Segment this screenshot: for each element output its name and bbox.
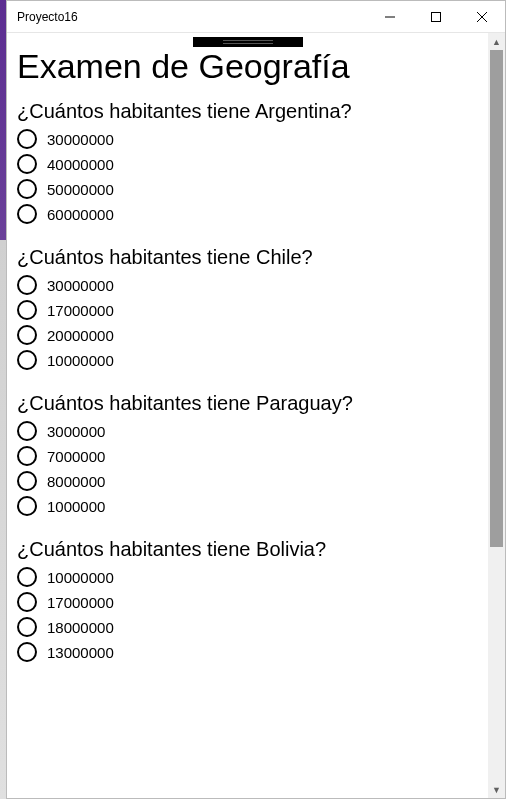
close-button[interactable] (459, 1, 505, 33)
minimize-icon (385, 12, 395, 22)
radio-icon (17, 325, 37, 345)
question-text: ¿Cuántos habitantes tiene Bolivia? (17, 538, 478, 561)
radio-icon (17, 350, 37, 370)
radio-icon (17, 300, 37, 320)
scroll-track[interactable] (488, 50, 505, 781)
radio-option[interactable]: 60000000 (17, 204, 478, 224)
radio-icon (17, 617, 37, 637)
radio-label: 1000000 (47, 498, 105, 515)
radio-label: 40000000 (47, 156, 114, 173)
question-block-2: ¿Cuántos habitantes tiene Paraguay? 3000… (17, 392, 478, 516)
radio-icon (17, 275, 37, 295)
radio-option[interactable]: 13000000 (17, 642, 478, 662)
content-wrapper: Examen de Geografía ¿Cuántos habitantes … (7, 33, 505, 798)
radio-label: 10000000 (47, 352, 114, 369)
radio-option[interactable]: 7000000 (17, 446, 478, 466)
radio-option[interactable]: 8000000 (17, 471, 478, 491)
question-text: ¿Cuántos habitantes tiene Paraguay? (17, 392, 478, 415)
radio-icon (17, 421, 37, 441)
radio-icon (17, 496, 37, 516)
radio-option[interactable]: 18000000 (17, 617, 478, 637)
radio-option[interactable]: 17000000 (17, 592, 478, 612)
radio-label: 13000000 (47, 644, 114, 661)
radio-option[interactable]: 3000000 (17, 421, 478, 441)
radio-icon (17, 154, 37, 174)
close-icon (477, 12, 487, 22)
radio-option[interactable]: 50000000 (17, 179, 478, 199)
command-bar-placeholder (193, 37, 303, 47)
radio-label: 50000000 (47, 181, 114, 198)
question-block-1: ¿Cuántos habitantes tiene Chile? 3000000… (17, 246, 478, 370)
question-text: ¿Cuántos habitantes tiene Chile? (17, 246, 478, 269)
radio-label: 7000000 (47, 448, 105, 465)
titlebar[interactable]: Proyecto16 (7, 1, 505, 33)
radio-option[interactable]: 10000000 (17, 350, 478, 370)
maximize-icon (431, 12, 441, 22)
radio-icon (17, 567, 37, 587)
question-block-3: ¿Cuántos habitantes tiene Bolivia? 10000… (17, 538, 478, 662)
radio-label: 18000000 (47, 619, 114, 636)
vertical-scrollbar[interactable]: ▲ ▼ (488, 33, 505, 798)
window-title: Proyecto16 (17, 10, 367, 24)
radio-label: 8000000 (47, 473, 105, 490)
scroll-down-arrow-icon[interactable]: ▼ (488, 781, 505, 798)
radio-option[interactable]: 30000000 (17, 129, 478, 149)
radio-option[interactable]: 1000000 (17, 496, 478, 516)
scroll-up-arrow-icon[interactable]: ▲ (488, 33, 505, 50)
question-text: ¿Cuántos habitantes tiene Argentina? (17, 100, 478, 123)
scroll-thumb[interactable] (490, 50, 503, 547)
app-window: Proyecto16 Examen de Geografía ¿Cuántos … (6, 0, 506, 799)
question-block-0: ¿Cuántos habitantes tiene Argentina? 300… (17, 100, 478, 224)
page-title: Examen de Geografía (17, 47, 478, 86)
radio-icon (17, 592, 37, 612)
radio-label: 30000000 (47, 277, 114, 294)
radio-option[interactable]: 40000000 (17, 154, 478, 174)
radio-icon (17, 446, 37, 466)
minimize-button[interactable] (367, 1, 413, 33)
radio-icon (17, 129, 37, 149)
radio-option[interactable]: 20000000 (17, 325, 478, 345)
radio-label: 3000000 (47, 423, 105, 440)
radio-label: 17000000 (47, 594, 114, 611)
radio-icon (17, 471, 37, 491)
radio-option[interactable]: 30000000 (17, 275, 478, 295)
radio-label: 30000000 (47, 131, 114, 148)
radio-label: 20000000 (47, 327, 114, 344)
radio-icon (17, 642, 37, 662)
radio-icon (17, 204, 37, 224)
radio-option[interactable]: 10000000 (17, 567, 478, 587)
content-area: Examen de Geografía ¿Cuántos habitantes … (7, 33, 488, 798)
maximize-button[interactable] (413, 1, 459, 33)
radio-icon (17, 179, 37, 199)
radio-label: 10000000 (47, 569, 114, 586)
window-controls (367, 1, 505, 33)
radio-label: 17000000 (47, 302, 114, 319)
radio-option[interactable]: 17000000 (17, 300, 478, 320)
radio-label: 60000000 (47, 206, 114, 223)
svg-rect-1 (432, 12, 441, 21)
